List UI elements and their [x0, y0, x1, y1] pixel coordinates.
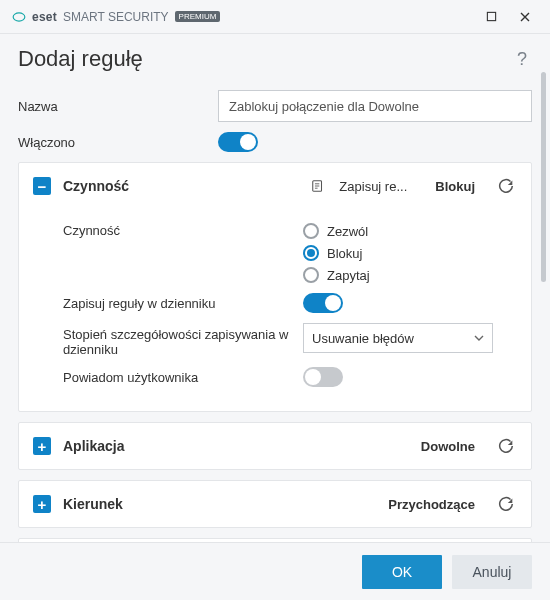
panel-direction: + Kierunek Przychodzące: [18, 480, 532, 528]
panel-action: − Czynność Zapisuj re... Blokuj Czynność…: [18, 162, 532, 412]
dialog-footer: OK Anuluj: [0, 542, 550, 600]
panel-direction-title: Kierunek: [63, 496, 376, 512]
name-label: Nazwa: [18, 99, 218, 114]
notify-toggle[interactable]: [303, 367, 343, 387]
reset-icon: [497, 177, 515, 195]
collapse-icon: −: [33, 177, 51, 195]
radio-allow-label: Zezwól: [327, 224, 368, 239]
chevron-down-icon: [474, 335, 484, 341]
log-rules-label: Zapisuj reguły w dzienniku: [63, 296, 303, 311]
panel-action-title: Czynność: [63, 178, 299, 194]
panel-action-summary: Blokuj: [435, 179, 475, 194]
radio-allow[interactable]: Zezwól: [303, 223, 370, 239]
reset-icon: [497, 437, 515, 455]
name-input[interactable]: [218, 90, 532, 122]
notify-label: Powiadom użytkownika: [63, 370, 303, 385]
brand-product: SMART SECURITY: [63, 10, 169, 24]
titlebar: eset SMART SECURITY PREMIUM: [0, 0, 550, 34]
panel-action-reset[interactable]: [495, 175, 517, 197]
panel-application-header[interactable]: + Aplikacja Dowolne: [19, 423, 531, 469]
page-title: Dodaj regułę: [18, 46, 143, 72]
close-icon: [519, 11, 531, 23]
expand-icon: +: [33, 437, 51, 455]
log-icon: [311, 179, 325, 193]
ok-button[interactable]: OK: [362, 555, 442, 589]
verbosity-select[interactable]: Usuwanie błędów: [303, 323, 493, 353]
panel-application-summary: Dowolne: [421, 439, 475, 454]
brand-badge: PREMIUM: [175, 11, 221, 22]
enabled-toggle[interactable]: [218, 132, 258, 152]
svg-point-0: [13, 12, 25, 20]
panel-action-header[interactable]: − Czynność Zapisuj re... Blokuj: [19, 163, 531, 209]
panel-action-log-summary: Zapisuj re...: [339, 179, 407, 194]
panel-application: + Aplikacja Dowolne: [18, 422, 532, 470]
log-rules-toggle[interactable]: [303, 293, 343, 313]
radio-icon: [303, 267, 319, 283]
reset-icon: [497, 495, 515, 513]
help-button[interactable]: ?: [512, 49, 532, 70]
radio-ask[interactable]: Zapytaj: [303, 267, 370, 283]
panel-direction-summary: Przychodzące: [388, 497, 475, 512]
radio-block[interactable]: Blokuj: [303, 245, 370, 261]
panel-direction-header[interactable]: + Kierunek Przychodzące: [19, 481, 531, 527]
radio-block-label: Blokuj: [327, 246, 362, 261]
panel-application-reset[interactable]: [495, 435, 517, 457]
enabled-label: Włączono: [18, 135, 218, 150]
svg-rect-1: [487, 12, 495, 20]
radio-icon: [303, 245, 319, 261]
expand-icon: +: [33, 495, 51, 513]
cancel-button[interactable]: Anuluj: [452, 555, 532, 589]
panel-application-title: Aplikacja: [63, 438, 409, 454]
brand: eset SMART SECURITY PREMIUM: [12, 10, 220, 24]
panel-direction-reset[interactable]: [495, 493, 517, 515]
verbosity-value: Usuwanie błędów: [312, 331, 414, 346]
radio-ask-label: Zapytaj: [327, 268, 370, 283]
action-sub-label: Czynność: [63, 223, 303, 238]
verbosity-label: Stopień szczegółowości zapisywania w dzi…: [63, 323, 303, 357]
maximize-icon: [486, 11, 497, 22]
scrollbar[interactable]: [541, 72, 546, 282]
radio-icon: [303, 223, 319, 239]
brand-eset: eset: [32, 10, 57, 24]
brand-logo-icon: [12, 10, 26, 24]
dialog-header: Dodaj regułę ?: [0, 34, 550, 80]
window-close-button[interactable]: [508, 2, 542, 32]
window-maximize-button[interactable]: [474, 2, 508, 32]
